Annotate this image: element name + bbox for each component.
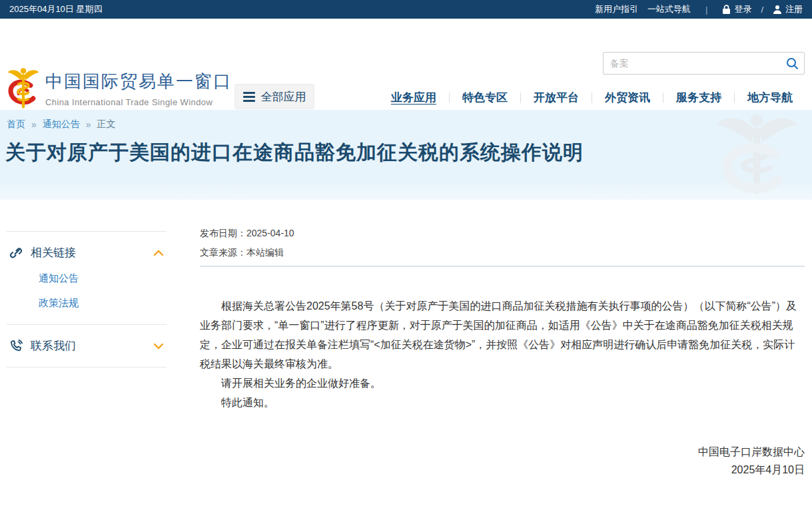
content: 相关链接 通知公告 政策法规 联系我们	[0, 200, 812, 508]
phone-icon	[9, 340, 23, 353]
article-meta: 发布日期：2025-04-10 文章来源：本站编辑	[200, 226, 805, 259]
register-link[interactable]: 注册	[773, 3, 803, 15]
watermark-caduceus-icon	[713, 111, 800, 200]
breadcrumb-current: 正文	[97, 119, 116, 130]
nav-separator	[734, 93, 735, 103]
hamburger-icon	[243, 92, 255, 102]
chevron-up-icon	[153, 250, 164, 256]
source-row: 文章来源：本站编辑	[200, 246, 805, 259]
header: 中国国际贸易单一窗口 China International Trade Sin…	[0, 19, 812, 110]
sidebar: 相关链接 通知公告 政策法规 联系我们	[7, 231, 167, 368]
caduceus-logo-icon	[7, 67, 40, 111]
article-paragraph: 请开展相关业务的企业做好准备。	[200, 374, 805, 393]
breadcrumb-separator: »	[31, 119, 37, 130]
all-apps-button[interactable]: 全部应用	[234, 84, 314, 109]
topbar: 2025年04月10日 星期四 新用户指引 一站式导航 | 登录 / 注册	[0, 0, 812, 19]
article-body: 根据海关总署公告2025年第58号（关于对原产于美国的进口商品加征关税措施有关执…	[200, 296, 805, 412]
sidebar-section-contact-us: 联系我们	[7, 324, 167, 368]
nav-item-open-platform[interactable]: 开放平台	[532, 87, 580, 108]
contact-us-label: 联系我们	[31, 338, 153, 354]
article-signature: 中国电子口岸数据中心 2025年4月10日	[200, 443, 805, 479]
nav-separator	[520, 93, 521, 103]
nav-separator	[663, 93, 663, 103]
search-box	[603, 52, 805, 75]
related-links-header[interactable]: 相关链接	[9, 245, 164, 260]
signature-org: 中国电子口岸数据中心	[200, 443, 805, 461]
publish-date: 2025-04-10	[246, 228, 294, 238]
nav-item-featured-zones[interactable]: 特色专区	[461, 87, 509, 108]
site-title: 中国国际贸易单一窗口	[45, 70, 232, 93]
topbar-separator: |	[700, 5, 713, 15]
article: 发布日期：2025-04-10 文章来源：本站编辑 根据海关总署公告2025年第…	[200, 226, 805, 479]
link-icon	[9, 246, 23, 260]
nav-item-business-applications[interactable]: 业务应用	[390, 87, 438, 108]
one-stop-nav-link[interactable]: 一站式导航	[647, 3, 691, 15]
site-logo[interactable]: 中国国际贸易单一窗口 China International Trade Sin…	[7, 67, 232, 111]
breadcrumb-home[interactable]: 首页	[7, 119, 25, 130]
nav-separator	[592, 93, 592, 103]
contact-us-header[interactable]: 联系我们	[9, 338, 164, 354]
new-user-guide-link[interactable]: 新用户指引	[595, 3, 638, 15]
article-divider	[200, 266, 805, 267]
page-title: 关于对原产于美国的进口在途商品豁免加征关税的系统操作说明	[5, 139, 584, 166]
sidebar-item-policies[interactable]: 政策法规	[39, 297, 164, 310]
nav-item-local-navigation[interactable]: 地方导航	[746, 87, 794, 108]
nav-item-service-support[interactable]: 服务支持	[675, 87, 723, 108]
signature-date: 2025年4月10日	[200, 461, 805, 479]
search-icon[interactable]	[780, 53, 804, 74]
login-link[interactable]: 登录	[722, 3, 751, 15]
page-banner: 首页 » 通知公告 » 正文 关于对原产于美国的进口在途商品豁免加征关税的系统操…	[0, 110, 812, 200]
nav-item-trade-news[interactable]: 外贸资讯	[604, 87, 651, 108]
topbar-slash: /	[761, 5, 763, 15]
sidebar-section-related-links: 相关链接 通知公告 政策法规	[7, 231, 167, 324]
breadcrumb: 首页 » 通知公告 » 正文	[7, 119, 116, 130]
breadcrumb-separator: »	[86, 119, 91, 130]
lock-icon	[722, 5, 731, 15]
publish-date-row: 发布日期：2025-04-10	[200, 226, 805, 240]
user-icon	[773, 5, 782, 14]
topbar-date: 2025年04月10日 星期四	[9, 3, 102, 15]
nav-separator	[449, 93, 450, 103]
search-input[interactable]	[604, 58, 780, 69]
main-nav: 业务应用 特色专区 开放平台 外贸资讯 服务支持 地方导航	[390, 87, 794, 108]
chevron-down-icon	[153, 343, 164, 350]
breadcrumb-notices[interactable]: 通知公告	[43, 119, 80, 130]
related-links-label: 相关链接	[31, 245, 153, 260]
article-paragraph: 特此通知。	[200, 393, 805, 412]
sidebar-item-notices[interactable]: 通知公告	[39, 272, 164, 285]
article-paragraph: 根据海关总署公告2025年第58号（关于对原产于美国的进口商品加征关税措施有关执…	[200, 296, 805, 374]
site-subtitle: China International Trade Single Window	[45, 97, 232, 107]
article-source: 本站编辑	[246, 247, 284, 258]
